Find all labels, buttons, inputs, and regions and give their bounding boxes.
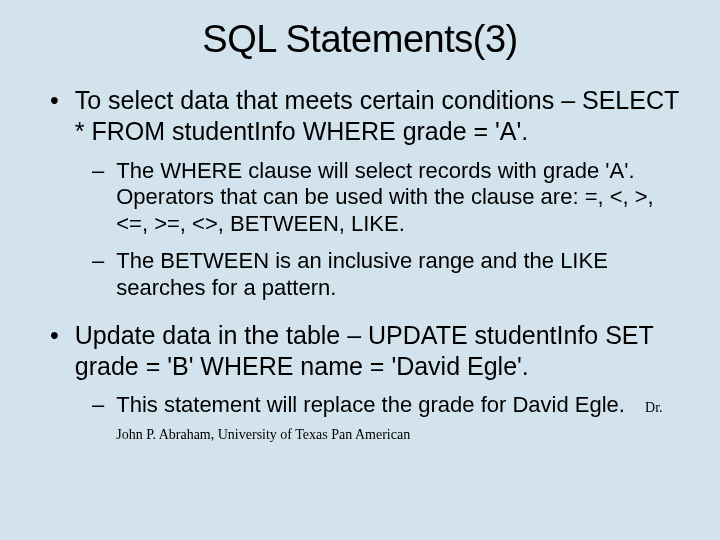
bullet-dot-icon: • (50, 85, 59, 148)
bullet-text: Update data in the table – UPDATE studen… (75, 320, 690, 383)
bullet-item: • Update data in the table – UPDATE stud… (50, 320, 690, 383)
bullet-text: To select data that meets certain condit… (75, 85, 690, 148)
sub-bullet-item: – This statement will replace the grade … (92, 392, 690, 446)
bullet-text: The BETWEEN is an inclusive range and th… (116, 248, 690, 302)
dash-icon: – (92, 248, 104, 302)
slide-title: SQL Statements(3) (30, 18, 690, 61)
sub-bullet-item: – The BETWEEN is an inclusive range and … (92, 248, 690, 302)
dash-icon: – (92, 158, 104, 238)
bullet-dot-icon: • (50, 320, 59, 383)
bullet-item: • To select data that meets certain cond… (50, 85, 690, 148)
bullet-text-content: This statement will replace the grade fo… (116, 392, 625, 417)
sub-bullet-item: – The WHERE clause will select records w… (92, 158, 690, 238)
bullet-text: The WHERE clause will select records wit… (116, 158, 690, 238)
bullet-text: This statement will replace the grade fo… (116, 392, 690, 446)
dash-icon: – (92, 392, 104, 446)
